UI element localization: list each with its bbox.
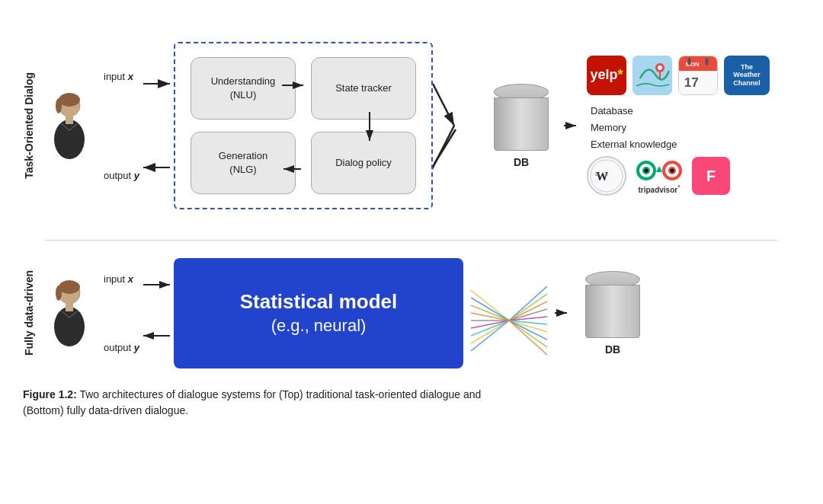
model-subtitle: (e.g., neural) — [271, 315, 367, 337]
svg-text:17: 17 — [684, 75, 699, 90]
svg-point-2 — [56, 98, 62, 113]
db-body — [494, 97, 549, 151]
statistical-model-box: Statistical model (e.g., neural) — [174, 258, 463, 368]
bottom-io-labels: input x output y — [104, 263, 139, 362]
svg-point-43 — [59, 280, 80, 294]
figure-caption: Figure 1.2: Two architectures of dialogu… — [23, 387, 709, 419]
svg-line-60 — [509, 294, 547, 321]
box-to-db-arrows — [433, 42, 479, 209]
top-io-arrows — [143, 42, 174, 209]
svg-line-50 — [471, 290, 509, 321]
bottom-output-label: output y — [104, 342, 139, 353]
icons-row-1: yelp* — [587, 56, 770, 95]
bottom-db-cylinder — [585, 271, 640, 340]
top-input-label: input x — [104, 71, 139, 82]
svg-line-52 — [471, 305, 509, 321]
maps-icon — [632, 56, 672, 95]
db-info-text: Database Memory External knowledge — [591, 103, 677, 153]
top-db-section: DB — [494, 84, 549, 168]
top-section: Task-Oriented Dialog input x — [23, 15, 800, 236]
top-db-cylinder — [494, 84, 549, 152]
svg-text:II: II — [605, 171, 608, 177]
bottom-avatar — [43, 279, 96, 347]
bottom-side-label: Fully data-driven — [23, 270, 35, 356]
svg-line-14 — [433, 84, 454, 126]
svg-point-40 — [671, 169, 674, 173]
top-output-label: output y — [104, 170, 139, 181]
svg-text:Ω: Ω — [595, 171, 599, 177]
weather-channel-icon: TheWeatherChannel — [724, 56, 770, 95]
svg-line-67 — [509, 321, 547, 347]
bottom-input-label: input x — [104, 273, 139, 285]
svg-point-44 — [56, 285, 62, 301]
tripadvisor-icon: tripadvisor° — [632, 157, 686, 194]
top-side-label: Task-Oriented Dialog — [23, 72, 35, 179]
top-io-labels: input x output y — [104, 57, 139, 194]
nlg-module: Generation(NLG) — [191, 132, 296, 194]
neural-wires — [471, 282, 547, 343]
main-container: Task-Oriented Dialog input x — [0, 0, 823, 504]
svg-rect-28 — [706, 58, 709, 65]
nlu-module: Understanding(NLU) — [191, 57, 296, 120]
svg-rect-27 — [688, 58, 691, 65]
svg-line-56 — [471, 321, 509, 336]
db-to-icons-arrow — [564, 42, 579, 209]
foursquare-icon: F — [692, 157, 730, 195]
state-tracker-module: State tracker — [311, 57, 416, 120]
bottom-db-section: DB — [585, 271, 640, 356]
svg-point-21 — [658, 65, 662, 70]
svg-point-3 — [54, 120, 85, 159]
svg-point-1 — [59, 93, 80, 107]
top-avatar — [43, 91, 96, 160]
calendar-icon: MON 17 — [678, 56, 718, 95]
svg-point-36 — [645, 169, 648, 173]
bottom-section: Fully data-driven input x output y — [23, 248, 800, 378]
bottom-to-db-arrow — [555, 275, 570, 351]
icons-row-2: W Ω II — [587, 156, 730, 196]
svg-point-45 — [54, 307, 85, 346]
icons-area: yelp* — [587, 56, 800, 196]
model-title: Statistical model — [240, 289, 398, 315]
bottom-io-arrows — [143, 256, 174, 370]
svg-rect-4 — [66, 115, 73, 124]
bottom-db-body — [585, 285, 640, 338]
separator — [46, 240, 777, 241]
svg-line-58 — [471, 321, 509, 351]
svg-marker-41 — [656, 166, 662, 172]
bottom-db-label: DB — [605, 343, 620, 356]
yelp-icon: yelp* — [587, 56, 626, 95]
svg-rect-46 — [66, 302, 73, 311]
svg-text:MON: MON — [686, 61, 700, 68]
svg-line-16 — [434, 129, 456, 164]
top-db-label: DB — [514, 156, 529, 168]
wikipedia-icon: W Ω II — [587, 156, 626, 196]
pipeline-box: Understanding(NLU) State tracker Generat… — [174, 42, 433, 209]
dialog-policy-module: Dialog policy — [311, 132, 416, 194]
